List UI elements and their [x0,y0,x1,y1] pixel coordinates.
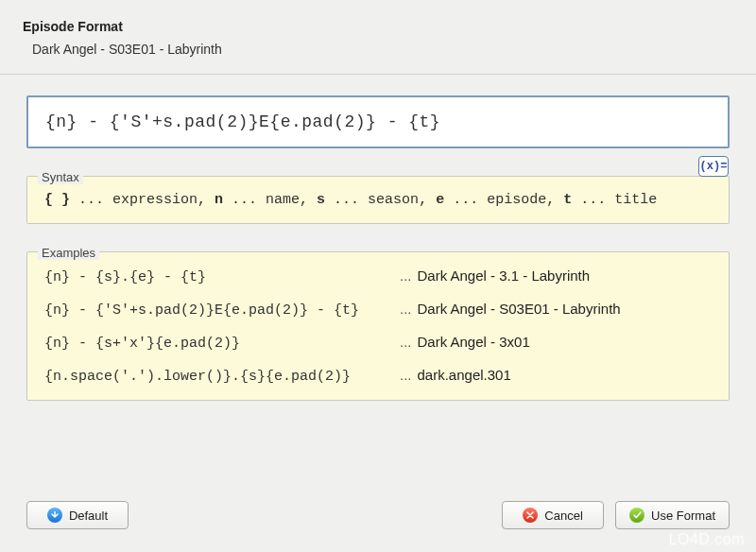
examples-group: Examples {n} - {s}.{e} - {t} ... Dark An… [26,237,730,401]
syntax-group: Syntax (x)= { } ... expression, n ... na… [26,162,730,224]
example-dots: ... [394,367,418,383]
example-dots: ... [394,267,418,284]
use-format-button[interactable]: Use Format [615,501,730,529]
example-code: {n} - {s}.{e} - {t} [44,269,394,285]
examples-box: {n} - {s}.{e} - {t} ... Dark Angel - 3.1… [26,251,730,401]
example-row: {n.space('.').lower()}.{s}{e.pad(2)} ...… [44,367,712,385]
cancel-button[interactable]: Cancel [502,501,604,529]
syntax-group-label: Syntax [38,170,83,184]
default-button[interactable]: Default [26,501,129,529]
syntax-token-t: t [563,192,572,208]
button-label: Cancel [544,509,582,523]
example-code: {n} - {s+'x'}{e.pad(2)} [44,336,394,352]
syntax-token-n: n [215,192,223,208]
episode-format-dialog: Episode Format Dark Angel - S03E01 - Lab… [0,0,756,552]
syntax-token-braces: { } [44,192,70,208]
example-code: {n} - {'S'+s.pad(2)}E{e.pad(2)} - {t} [44,302,394,319]
dialog-footer: Default Cancel Use Format [26,501,730,529]
example-result: dark.angel.301 [418,367,511,383]
syntax-token-s: s [317,192,325,208]
example-result: Dark Angel - S03E01 - Labyrinth [418,301,621,317]
examples-group-label: Examples [38,246,99,260]
dialog-title: Episode Format [23,19,733,34]
example-row: {n} - {s+'x'}{e.pad(2)} ... Dark Angel -… [44,334,712,352]
example-code: {n.space('.').lower()}.{s}{e.pad(2)} [44,369,394,385]
example-row: {n} - {'S'+s.pad(2)}E{e.pad(2)} - {t} ..… [44,301,712,319]
button-label: Use Format [651,509,715,523]
format-preview: Dark Angel - S03E01 - Labyrinth [23,42,733,57]
dialog-body: Syntax (x)= { } ... expression, n ... na… [0,75,756,401]
accept-icon [629,508,644,523]
button-label: Default [69,509,108,523]
example-result: Dark Angel - 3x01 [418,334,530,350]
example-row: {n} - {s}.{e} - {t} ... Dark Angel - 3.1… [44,267,712,285]
example-dots: ... [394,334,418,350]
example-result: Dark Angel - 3.1 - Labyrinth [418,267,591,284]
syntax-token-e: e [436,192,444,208]
syntax-box: { } ... expression, n ... name, s ... se… [26,176,730,224]
cancel-icon [523,508,538,523]
arrow-down-icon [47,508,62,523]
dialog-header: Episode Format Dark Angel - S03E01 - Lab… [0,0,756,57]
watermark: LO4D.com [669,531,745,548]
example-dots: ... [394,301,418,317]
function-icon[interactable]: (x)= [698,156,729,177]
format-expression-input[interactable] [26,95,730,148]
